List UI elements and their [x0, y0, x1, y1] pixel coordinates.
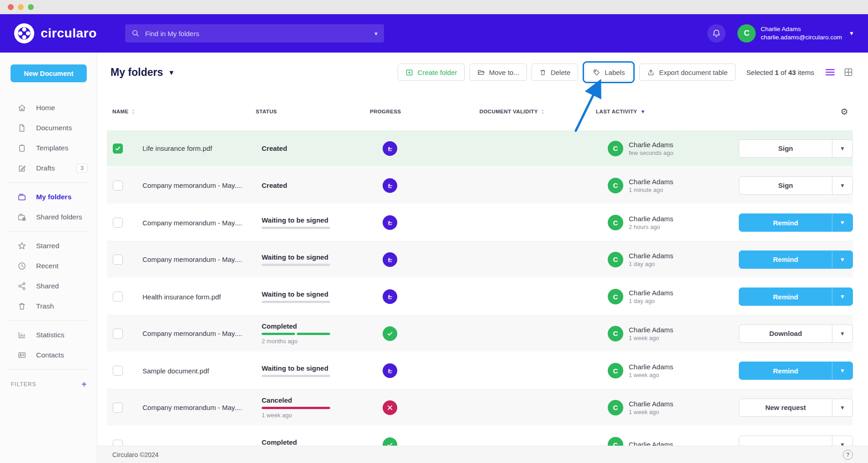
document-table: Life insurance form.pdf Created C Charli…: [107, 130, 853, 446]
search-scope-dropdown-icon[interactable]: ▾: [374, 30, 378, 37]
activity-user-name: Charlie Adams: [629, 178, 673, 186]
row-action-dropdown-icon[interactable]: ▼: [832, 325, 852, 342]
table-row[interactable]: Company memorandum - May.... Canceled 1 …: [107, 389, 853, 426]
minimize-window-button[interactable]: [18, 4, 24, 10]
page-footer: Circularo ©2024 ?: [97, 446, 868, 463]
table-row[interactable]: Sample document.pdf Waiting to be signed…: [107, 352, 853, 389]
delete-button[interactable]: Delete: [531, 64, 578, 81]
column-header-status[interactable]: STATUS: [256, 109, 370, 114]
sidebar-item-label: Documents: [36, 124, 72, 132]
row-checkbox[interactable]: [113, 218, 123, 228]
labels-button[interactable]: Labels: [585, 64, 632, 81]
document-name[interactable]: Company memorandum - May....: [142, 255, 242, 263]
search-input[interactable]: [145, 30, 369, 37]
table-row[interactable]: Completed C Charlie Adams: [107, 426, 853, 446]
drafts-count-badge: 3: [76, 164, 88, 173]
row-action-dropdown-icon[interactable]: ▼: [832, 288, 852, 305]
trash-icon: [17, 302, 26, 311]
sidebar-item-home[interactable]: Home: [0, 98, 97, 118]
sidebar-item-trash[interactable]: Trash: [0, 296, 97, 316]
row-action-dropdown-icon[interactable]: ▼: [832, 399, 852, 416]
document-name[interactable]: Life insurance form.pdf: [142, 144, 212, 152]
create-folder-button[interactable]: Create folder: [398, 64, 465, 81]
close-window-button[interactable]: [8, 4, 14, 10]
sidebar-item-statistics[interactable]: Statistics: [0, 325, 97, 345]
document-name[interactable]: Company memorandum - May....: [142, 219, 242, 227]
row-checkbox[interactable]: [113, 329, 123, 339]
activity-time: few seconds ago: [629, 149, 673, 156]
row-checkbox[interactable]: [113, 181, 123, 191]
move-to-button[interactable]: Move to...: [469, 64, 527, 81]
row-action-dropdown-icon[interactable]: ▼: [832, 251, 852, 268]
page-title[interactable]: My folders ▼: [107, 66, 175, 79]
row-action-button[interactable]: Remind: [739, 251, 832, 268]
sidebar-item-drafts[interactable]: Drafts 3: [0, 158, 97, 178]
document-name[interactable]: Sample document.pdf: [142, 367, 209, 375]
sidebar-item-templates[interactable]: Templates: [0, 138, 97, 158]
document-name[interactable]: Company memorandum - May....: [142, 404, 242, 411]
document-name[interactable]: Company memorandum - May....: [142, 181, 242, 189]
row-checkbox[interactable]: [113, 403, 123, 413]
sidebar-item-documents[interactable]: Documents: [0, 118, 97, 138]
list-view-icon[interactable]: [825, 68, 835, 76]
grid-view-icon[interactable]: [844, 68, 853, 77]
row-checkbox[interactable]: [113, 366, 123, 376]
column-header-document-validity[interactable]: DOCUMENT VALIDITY ▲▼: [479, 109, 596, 114]
document-name[interactable]: Company memorandum - May....: [142, 330, 242, 337]
table-settings-gear-icon[interactable]: ⚙: [731, 106, 853, 117]
row-checkbox[interactable]: [113, 255, 123, 265]
table-row[interactable]: Company memorandum - May.... Created C C…: [107, 167, 853, 204]
column-header-last-activity[interactable]: LAST ACTIVITY ▼: [596, 109, 731, 114]
sidebar-item-label: Statistics: [36, 331, 64, 339]
activity-user-name: Charlie Adams: [629, 252, 673, 260]
sidebar-item-recent[interactable]: Recent: [0, 256, 97, 276]
help-button[interactable]: ?: [843, 450, 853, 460]
add-filter-button[interactable]: +: [81, 380, 87, 389]
sidebar-item-contacts[interactable]: Contacts: [0, 345, 97, 365]
shared-folder-icon: [17, 213, 26, 222]
row-action-split-button: Download ▼: [739, 325, 853, 343]
row-action-dropdown-icon[interactable]: ▼: [832, 214, 852, 231]
row-checkbox[interactable]: [113, 292, 123, 302]
sidebar-item-shared[interactable]: Shared: [0, 276, 97, 296]
row-action-button[interactable]: Download: [739, 325, 832, 342]
table-row[interactable]: Life insurance form.pdf Created C Charli…: [107, 130, 853, 167]
row-checkbox[interactable]: [113, 144, 123, 154]
notifications-button[interactable]: [707, 24, 726, 43]
row-action-button[interactable]: Remind: [739, 288, 832, 305]
row-checkbox[interactable]: [113, 440, 123, 446]
table-row[interactable]: Company memorandum - May.... Completed 2…: [107, 315, 853, 352]
row-action-button[interactable]: [739, 436, 832, 446]
row-action-button[interactable]: New request: [739, 399, 832, 416]
activity-avatar: C: [608, 178, 623, 193]
circularo-logo[interactable]: circularo: [14, 23, 97, 44]
table-row[interactable]: Company memorandum - May.... Waiting to …: [107, 204, 853, 241]
filters-label: FILTERS: [11, 381, 36, 388]
row-action-button[interactable]: Remind: [739, 214, 832, 231]
export-document-table-button[interactable]: Export document table: [639, 64, 735, 81]
sidebar-item-my-folders[interactable]: My folders: [0, 187, 97, 207]
row-action-dropdown-icon[interactable]: ▼: [832, 436, 852, 446]
filters-section: FILTERS +: [0, 380, 97, 389]
status-label: Completed: [262, 322, 297, 330]
zoom-window-button[interactable]: [28, 4, 34, 10]
document-icon: [17, 123, 26, 133]
user-menu[interactable]: C Charlie Adams charlie.adams@circularo.…: [737, 24, 854, 43]
column-header-name[interactable]: NAME ▲▼: [107, 109, 256, 114]
document-name[interactable]: Health insurance form.pdf: [142, 293, 221, 301]
table-row[interactable]: Health insurance form.pdf Waiting to be …: [107, 278, 853, 315]
table-row[interactable]: Company memorandum - May.... Waiting to …: [107, 241, 853, 278]
sidebar-item-starred[interactable]: Starred: [0, 236, 97, 256]
row-action-button[interactable]: Remind: [739, 362, 832, 379]
row-action-dropdown-icon[interactable]: ▼: [832, 177, 852, 194]
sidebar-item-shared-folders[interactable]: Shared folders: [0, 207, 97, 227]
column-header-progress[interactable]: PROGRESS: [370, 109, 479, 114]
move-to-folder-icon: [477, 69, 485, 76]
row-action-button[interactable]: Sign: [739, 177, 832, 194]
row-action-button[interactable]: Sign: [739, 140, 832, 157]
new-document-button[interactable]: New Document: [11, 64, 87, 82]
row-action-dropdown-icon[interactable]: ▼: [832, 362, 852, 379]
activity-user-name: Charlie Adams: [629, 326, 673, 334]
row-action-dropdown-icon[interactable]: ▼: [832, 140, 852, 157]
activity-user-name: Charlie Adams: [629, 215, 673, 223]
